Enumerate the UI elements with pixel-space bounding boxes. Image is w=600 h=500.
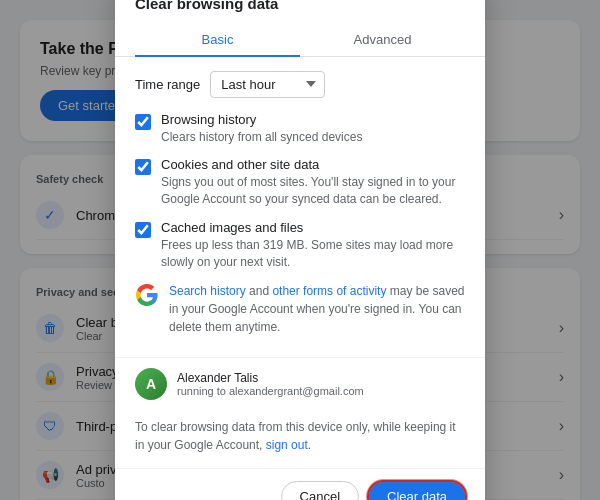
google-icon — [135, 283, 159, 307]
modal-footer: Cancel Clear data — [115, 468, 485, 501]
clear-data-button[interactable]: Clear data — [369, 482, 465, 501]
checkbox-cached: Cached images and files Frees up less th… — [135, 220, 465, 271]
cached-desc: Frees up less than 319 MB. Some sites ma… — [161, 237, 465, 271]
time-range-row: Time range Last hour Last 24 hours Last … — [135, 71, 465, 98]
search-history-link[interactable]: Search history — [169, 284, 246, 298]
clear-browsing-data-modal: Clear browsing data Basic Advanced Time … — [115, 0, 485, 500]
cookies-desc: Signs you out of most sites. You'll stay… — [161, 174, 465, 208]
modal-tabs: Basic Advanced — [115, 24, 485, 57]
signout-note: To clear browsing data from this device … — [115, 410, 485, 468]
google-info-box: Search history and other forms of activi… — [135, 282, 465, 336]
cancel-button[interactable]: Cancel — [281, 481, 359, 501]
checkbox-cookies-input[interactable] — [135, 159, 151, 175]
modal-title: Clear browsing data — [115, 0, 485, 24]
sign-out-link[interactable]: sign out — [266, 438, 308, 452]
time-range-label: Time range — [135, 77, 200, 92]
modal-overlay: Clear browsing data Basic Advanced Time … — [0, 0, 600, 500]
checkbox-cookies: Cookies and other site data Signs you ou… — [135, 157, 465, 208]
cached-label: Cached images and files — [161, 220, 465, 235]
account-name: Alexander Talis — [177, 371, 364, 385]
other-forms-link[interactable]: other forms of activity — [272, 284, 386, 298]
browsing-history-label: Browsing history — [161, 112, 362, 127]
browsing-history-desc: Clears history from all synced devices — [161, 129, 362, 146]
tab-advanced[interactable]: Advanced — [300, 24, 465, 57]
time-range-select[interactable]: Last hour Last 24 hours Last 7 days Last… — [210, 71, 325, 98]
tab-basic[interactable]: Basic — [135, 24, 300, 57]
cookies-label: Cookies and other site data — [161, 157, 465, 172]
checkbox-browsing-history: Browsing history Clears history from all… — [135, 112, 465, 146]
checkbox-browsing-history-input[interactable] — [135, 114, 151, 130]
avatar: A — [135, 368, 167, 400]
account-email: running to alexandergrant@gmail.com — [177, 385, 364, 397]
checkbox-cached-input[interactable] — [135, 222, 151, 238]
account-row: A Alexander Talis running to alexandergr… — [115, 357, 485, 410]
google-info-and: and — [246, 284, 273, 298]
modal-body: Time range Last hour Last 24 hours Last … — [115, 57, 485, 357]
